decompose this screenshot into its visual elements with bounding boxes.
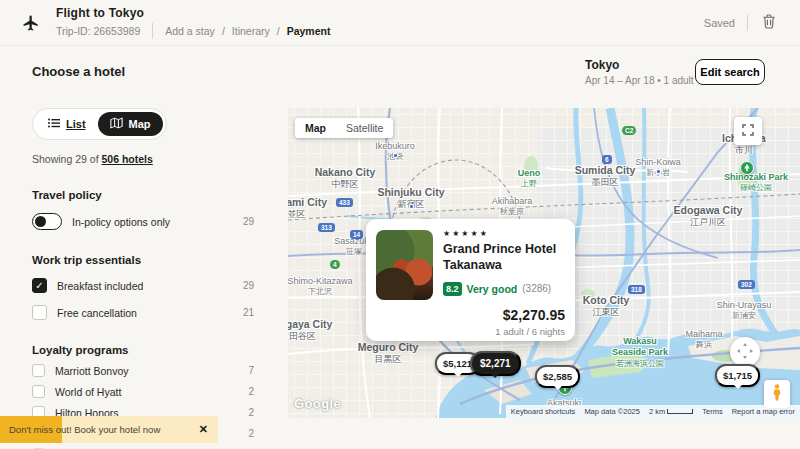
hotel-card[interactable]: ★★★★★ Grand Prince Hotel Takanawa 8.2 Ve… xyxy=(366,219,575,341)
in-policy-count: 29 xyxy=(243,216,254,227)
edit-search-button[interactable]: Edit search xyxy=(695,59,765,85)
top-bar: Flight to Tokyo Trip-ID: 26653989 Add a … xyxy=(0,0,800,46)
report-error-link[interactable]: Report a map error xyxy=(732,407,795,416)
trip-id: Trip-ID: 26653989 xyxy=(56,25,140,37)
trip-title: Flight to Tokyo xyxy=(56,6,330,20)
in-policy-filter-row: In-policy options only 29 xyxy=(32,213,254,230)
price-marker-1715[interactable]: $1,715 xyxy=(715,364,760,387)
marriott-label: Marriott Bonvoy xyxy=(55,365,248,377)
map-view-label: Map xyxy=(129,118,151,130)
pegman-icon xyxy=(772,384,782,405)
hilton-count: 2 xyxy=(248,407,254,418)
work-trip-title: Work trip essentials xyxy=(32,254,254,266)
breadcrumb-payment[interactable]: Payment xyxy=(287,25,331,37)
travel-policy-title: Travel policy xyxy=(32,189,254,201)
list-icon xyxy=(48,118,60,130)
divider xyxy=(152,23,153,39)
in-policy-toggle[interactable] xyxy=(32,213,62,230)
price-marker-2585[interactable]: $2,585 xyxy=(535,365,580,388)
breadcrumb: Add a stay / Itinerary / Payment xyxy=(165,25,330,37)
app-window: Flight to Tokyo Trip-ID: 26653989 Add a … xyxy=(0,0,800,449)
ihg-count: 2 xyxy=(248,428,254,439)
promo-banner: Don't miss out! Book your hotel now ✕ xyxy=(0,416,218,443)
street-view-pegman[interactable] xyxy=(764,380,790,408)
breakfast-filter-row: ✓ Breakfast included 29 xyxy=(32,278,254,293)
price-marker-2271-selected[interactable]: $2,271 xyxy=(470,351,521,376)
hotel-name: Grand Prince Hotel Takanawa xyxy=(443,241,565,274)
map-type-control: Map Satellite xyxy=(295,118,393,138)
station-marker xyxy=(393,153,398,158)
free-cancellation-count: 21 xyxy=(243,307,254,318)
marriott-checkbox[interactable] xyxy=(32,364,45,377)
hotel-price: $2,270.95 xyxy=(495,307,565,323)
hyatt-label: World of Hyatt xyxy=(55,386,248,398)
breadcrumb-separator: / xyxy=(277,25,280,37)
list-view-label: List xyxy=(66,118,86,130)
map-type-map-button[interactable]: Map xyxy=(295,118,336,138)
destination: Tokyo xyxy=(585,58,694,72)
free-cancellation-checkbox[interactable] xyxy=(32,305,47,320)
trash-icon xyxy=(762,14,776,32)
page-title: Choose a hotel xyxy=(32,64,125,79)
breadcrumb-itinerary[interactable]: Itinerary xyxy=(232,25,270,37)
park-poi-icon[interactable] xyxy=(740,161,754,175)
breakfast-count: 29 xyxy=(243,280,254,291)
google-logo: Google xyxy=(294,396,341,411)
check-icon: ✓ xyxy=(35,280,43,291)
hotel-price-detail: 1 adult / 6 nights xyxy=(495,326,565,337)
free-cancellation-label: Free cancellation xyxy=(57,307,243,319)
breakfast-checkbox[interactable]: ✓ xyxy=(32,278,47,293)
keyboard-shortcuts-link[interactable]: Keyboard shortcuts xyxy=(511,407,576,416)
promo-banner-text: Don't miss out! Book your hotel now xyxy=(9,424,197,435)
results-hotels-link[interactable]: 506 hotels xyxy=(101,153,152,165)
divider xyxy=(747,15,748,31)
breakfast-label: Breakfast included xyxy=(57,280,243,292)
filters-sidebar: List Map Showing 29 of 506 hotels Travel… xyxy=(32,108,254,449)
map-icon xyxy=(110,117,123,131)
view-toggle: List Map xyxy=(32,108,167,140)
hyatt-count: 2 xyxy=(248,386,254,397)
rating-badge: 8.2 xyxy=(443,282,462,296)
map-data-text: Map data ©2025 xyxy=(584,407,640,416)
marriott-filter-row: Marriott Bonvoy 7 xyxy=(32,364,254,377)
terms-link[interactable]: Terms xyxy=(702,407,722,416)
map-type-satellite-button[interactable]: Satellite xyxy=(336,118,393,138)
banner-close-button[interactable]: ✕ xyxy=(197,421,210,438)
hyatt-filter-row: World of Hyatt 2 xyxy=(32,385,254,398)
map-scale: 2 km xyxy=(649,407,693,416)
saved-status: Saved xyxy=(704,17,735,29)
rating-text: Very good xyxy=(467,283,518,295)
map-canvas[interactable]: Ikebukuro池袋 Nakano City中野区 Shinjuku City… xyxy=(288,108,800,418)
toggle-knob xyxy=(35,216,46,227)
close-icon: ✕ xyxy=(199,423,208,435)
map-view-button[interactable]: Map xyxy=(98,112,163,136)
in-policy-label: In-policy options only xyxy=(72,216,243,228)
station-marker xyxy=(409,204,414,209)
airplane-icon xyxy=(20,12,42,34)
search-summary: Tokyo Apr 14 – Apr 18 • 1 adult xyxy=(585,58,694,86)
pan-control[interactable] xyxy=(730,337,760,367)
fullscreen-icon xyxy=(742,124,754,139)
fullscreen-button[interactable] xyxy=(734,117,762,145)
map-attribution: Keyboard shortcuts Map data ©2025 2 km T… xyxy=(506,405,800,418)
results-count-text: Showing 29 of xyxy=(32,153,101,165)
hotel-stars: ★★★★★ xyxy=(443,229,565,238)
results-summary: Showing 29 of 506 hotels xyxy=(32,153,254,165)
station-marker xyxy=(656,169,661,174)
marriott-count: 7 xyxy=(248,365,254,376)
breadcrumb-add-a-stay[interactable]: Add a stay xyxy=(165,25,215,37)
list-view-button[interactable]: List xyxy=(36,113,98,135)
scale-bar xyxy=(667,409,693,414)
loyalty-title: Loyalty programs xyxy=(32,344,254,356)
hyatt-checkbox[interactable] xyxy=(32,385,45,398)
breadcrumb-separator: / xyxy=(222,25,225,37)
delete-trip-button[interactable] xyxy=(760,12,778,34)
trip-info: Flight to Tokyo Trip-ID: 26653989 Add a … xyxy=(56,6,330,39)
dates-summary: Apr 14 – Apr 18 • 1 adult xyxy=(585,75,694,86)
pan-arrows-icon xyxy=(736,342,754,363)
free-cancellation-filter-row: Free cancellation 21 xyxy=(32,305,254,320)
review-count: (3286) xyxy=(522,283,551,294)
hotel-photo xyxy=(376,230,433,300)
